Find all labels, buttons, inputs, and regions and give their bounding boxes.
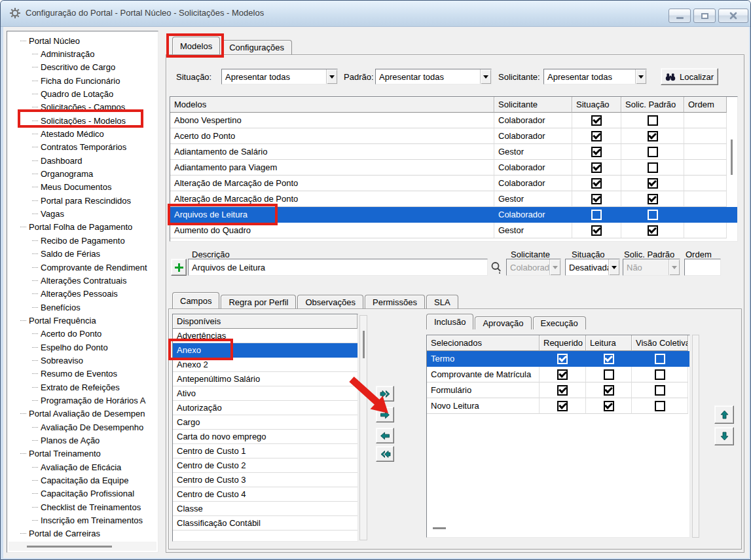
solicitante-filter-combo[interactable]: Apresentar todas xyxy=(543,69,647,84)
restore-button[interactable] xyxy=(693,9,716,23)
model-row[interactable]: Adiantamento para Viagem Colaborador xyxy=(170,160,737,176)
list-item[interactable]: Anexo 2 xyxy=(173,358,357,372)
tree-item[interactable]: Vagas xyxy=(7,207,158,220)
column-header[interactable]: Selecionados xyxy=(427,335,540,351)
detail-ordem-field[interactable] xyxy=(684,259,721,276)
list-item[interactable]: Centro de Custo 2 xyxy=(173,458,357,473)
checkbox[interactable] xyxy=(604,354,614,364)
list-item[interactable]: Cargo xyxy=(173,415,357,430)
checkbox[interactable] xyxy=(557,401,568,411)
tree-item[interactable]: Alterações Contratuais xyxy=(7,274,158,287)
tab-aprovacao[interactable]: Aprovação xyxy=(475,316,531,329)
tree-item[interactable]: Recibo de Pagamento xyxy=(7,234,158,247)
situacao-filter-combo[interactable]: Apresentar todas xyxy=(221,69,338,84)
column-header[interactable]: Modelos xyxy=(170,97,494,113)
tree-item[interactable]: Comprovante de Rendiment xyxy=(7,261,158,274)
model-row[interactable]: Alteração de Marcação de Ponto Colaborad… xyxy=(170,176,737,191)
tree-item[interactable]: Atestado Médico xyxy=(7,127,158,140)
search-icon[interactable] xyxy=(490,261,502,274)
tree-horizontal-scrollbar[interactable] xyxy=(9,542,156,551)
list-item[interactable]: Advertências xyxy=(173,329,357,343)
tab-modelos[interactable]: Modelos xyxy=(172,37,220,54)
checkbox[interactable] xyxy=(557,354,568,364)
checkbox[interactable] xyxy=(591,131,602,141)
list-item[interactable]: Centro de Custo 3 xyxy=(173,473,357,487)
checkbox[interactable] xyxy=(648,162,658,173)
tree-item[interactable]: Espelho do Ponto xyxy=(7,341,158,354)
tree-item[interactable]: Alterações Pessoais xyxy=(7,288,158,301)
checkbox[interactable] xyxy=(604,369,614,380)
tree-item[interactable]: Benefícios xyxy=(7,301,158,314)
chevron-down-icon[interactable] xyxy=(635,69,646,84)
model-row[interactable]: Aumento do Quadro Gestor xyxy=(170,223,737,238)
descricao-field[interactable]: Arquivos de Leitura xyxy=(188,259,488,276)
selecionados-hscroll-thumb[interactable] xyxy=(433,527,446,529)
list-item[interactable]: Autorização xyxy=(173,401,357,415)
checkbox[interactable] xyxy=(591,178,602,189)
tree-item[interactable]: Resumo de Eventos xyxy=(7,367,158,381)
list-item[interactable]: Carta do novo emprego xyxy=(173,430,357,444)
campo-row[interactable]: Termo xyxy=(427,351,689,367)
scrollbar-thumb[interactable] xyxy=(27,546,112,548)
tree-item[interactable]: Portal Avaliação de Desempen xyxy=(7,407,158,420)
checkbox[interactable] xyxy=(591,162,602,173)
tab-inclusao[interactable]: Inclusão xyxy=(426,314,473,329)
checkbox[interactable] xyxy=(591,147,602,157)
checkbox[interactable] xyxy=(604,401,614,411)
tree-item[interactable]: Portal Treinamento xyxy=(7,447,158,460)
checkbox[interactable] xyxy=(648,210,658,220)
model-row[interactable]: Abono Vespertino Colaborador xyxy=(170,113,737,128)
checkbox[interactable] xyxy=(648,147,658,157)
checkbox[interactable] xyxy=(604,385,614,396)
chevron-down-icon[interactable] xyxy=(480,69,491,84)
tree-item[interactable]: Avaliação De Desempenho xyxy=(7,420,158,434)
list-item[interactable]: Antepenúltimo Salário xyxy=(173,372,357,386)
column-header[interactable]: Solicitante xyxy=(494,97,572,113)
tab-sla[interactable]: SLA xyxy=(426,295,458,308)
column-header[interactable]: Situação xyxy=(572,97,621,113)
tree-item[interactable]: Dashboard xyxy=(7,154,158,167)
column-header[interactable]: Solic. Padrão xyxy=(621,97,684,113)
minimize-button[interactable] xyxy=(669,9,691,23)
tab-observacoes[interactable]: Observações xyxy=(297,295,363,308)
model-row[interactable]: Arquivos de Leitura Colaborador xyxy=(170,207,737,223)
model-row[interactable]: Alteração de Marcação de Ponto Gestor xyxy=(170,191,737,207)
checkbox[interactable] xyxy=(557,369,568,380)
tab-permissoes[interactable]: Permissões xyxy=(365,295,425,308)
list-item[interactable]: Centro de Custo 1 xyxy=(173,444,357,458)
model-row[interactable]: Acerto do Ponto Colaborador xyxy=(170,128,737,144)
list-item[interactable]: Ativo xyxy=(173,386,357,401)
tree-item[interactable]: Saldo de Férias xyxy=(7,248,158,261)
checkbox[interactable] xyxy=(591,225,602,236)
close-button[interactable] xyxy=(718,9,748,23)
tree-item[interactable]: Meus Documentos xyxy=(7,181,158,194)
tree-item[interactable]: Ficha do Funcionário xyxy=(7,74,158,87)
checkbox[interactable] xyxy=(648,115,658,126)
tree-item[interactable]: Extrato de Refeições xyxy=(7,381,158,394)
checkbox[interactable] xyxy=(648,131,658,141)
column-header[interactable]: Ordem xyxy=(684,97,727,113)
list-item[interactable]: Centro de Custo 4 xyxy=(173,487,357,502)
padrao-filter-combo[interactable]: Apresentar todas xyxy=(375,69,492,84)
tree-item[interactable]: Portal Núcleo xyxy=(7,34,158,47)
tree-item[interactable]: Capacitação da Equipe xyxy=(7,474,158,487)
list-item[interactable]: Anexo xyxy=(173,343,357,358)
checkbox[interactable] xyxy=(591,210,602,220)
checkbox[interactable] xyxy=(655,354,665,364)
tree-item[interactable]: Capacitação Profissional xyxy=(7,487,158,500)
checkbox[interactable] xyxy=(655,369,665,380)
tree-item[interactable]: Administração xyxy=(7,47,158,60)
tree-item[interactable]: Portal de Carreiras xyxy=(7,527,158,540)
scrollbar-thumb[interactable] xyxy=(363,331,365,358)
tree-item[interactable]: Contratos Temporários xyxy=(7,141,158,154)
move-all-left-button[interactable] xyxy=(376,446,394,462)
detail-situacao-combo[interactable]: Desativada xyxy=(565,259,620,276)
move-all-right-button[interactable] xyxy=(376,386,394,401)
move-right-button[interactable] xyxy=(376,407,394,422)
tree-item[interactable]: Organograma xyxy=(7,167,158,180)
campo-row[interactable]: Novo Leitura xyxy=(427,398,689,414)
move-up-button[interactable] xyxy=(714,405,734,424)
tab-execucao[interactable]: Execução xyxy=(533,316,586,329)
list-item[interactable]: Classe xyxy=(173,502,357,516)
model-row[interactable]: Adiantamento de Salário Gestor xyxy=(170,144,737,160)
